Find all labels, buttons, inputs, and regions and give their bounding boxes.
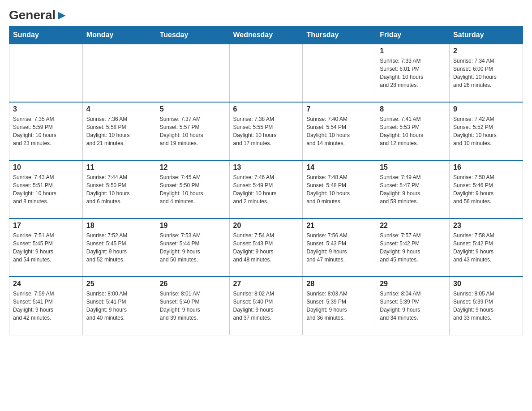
day-info: Sunrise: 7:43 AMSunset: 5:51 PMDaylight:… <box>13 173 79 206</box>
calendar-cell: 23Sunrise: 7:58 AMSunset: 5:42 PMDayligh… <box>450 218 523 277</box>
day-number: 21 <box>306 222 372 230</box>
week-row-5: 24Sunrise: 7:59 AMSunset: 5:41 PMDayligh… <box>9 277 523 335</box>
calendar-cell <box>303 44 376 102</box>
calendar-cell: 4Sunrise: 7:36 AMSunset: 5:58 PMDaylight… <box>82 102 156 160</box>
day-number: 8 <box>380 105 446 113</box>
weekday-header-friday: Friday <box>376 26 450 44</box>
day-number: 25 <box>86 280 152 288</box>
page-header: General► <box>9 9 523 21</box>
calendar-cell: 3Sunrise: 7:35 AMSunset: 5:59 PMDaylight… <box>9 102 83 160</box>
day-info: Sunrise: 8:05 AMSunset: 5:39 PMDaylight:… <box>453 290 519 322</box>
day-info: Sunrise: 7:53 AMSunset: 5:44 PMDaylight:… <box>160 231 226 264</box>
day-number: 9 <box>453 105 519 113</box>
day-number: 5 <box>160 105 226 113</box>
week-row-1: 1Sunrise: 7:33 AMSunset: 6:01 PMDaylight… <box>9 44 523 102</box>
weekday-header-saturday: Saturday <box>450 26 523 44</box>
week-row-2: 3Sunrise: 7:35 AMSunset: 5:59 PMDaylight… <box>9 102 523 160</box>
calendar-cell: 8Sunrise: 7:41 AMSunset: 5:53 PMDaylight… <box>376 102 450 160</box>
day-info: Sunrise: 7:52 AMSunset: 5:45 PMDaylight:… <box>86 231 152 264</box>
day-info: Sunrise: 7:41 AMSunset: 5:53 PMDaylight:… <box>380 115 446 147</box>
day-number: 29 <box>380 280 446 288</box>
day-info: Sunrise: 7:56 AMSunset: 5:43 PMDaylight:… <box>306 231 372 264</box>
day-info: Sunrise: 8:00 AMSunset: 5:41 PMDaylight:… <box>86 290 152 322</box>
day-info: Sunrise: 8:02 AMSunset: 5:40 PMDaylight:… <box>233 290 299 322</box>
calendar-table: SundayMondayTuesdayWednesdayThursdayFrid… <box>9 26 523 335</box>
weekday-header-wednesday: Wednesday <box>229 26 303 44</box>
calendar-cell: 17Sunrise: 7:51 AMSunset: 5:45 PMDayligh… <box>9 218 83 277</box>
calendar-cell <box>9 44 83 102</box>
day-number: 3 <box>13 105 79 113</box>
weekday-header-thursday: Thursday <box>303 26 376 44</box>
day-info: Sunrise: 7:48 AMSunset: 5:48 PMDaylight:… <box>306 173 372 206</box>
calendar-cell <box>82 44 156 102</box>
calendar-cell: 24Sunrise: 7:59 AMSunset: 5:41 PMDayligh… <box>9 277 83 335</box>
day-number: 11 <box>86 163 152 171</box>
day-number: 23 <box>453 222 519 230</box>
calendar-cell: 21Sunrise: 7:56 AMSunset: 5:43 PMDayligh… <box>303 218 376 277</box>
day-number: 27 <box>233 280 299 288</box>
logo-general-text: General► <box>9 9 68 21</box>
calendar-cell: 20Sunrise: 7:54 AMSunset: 5:43 PMDayligh… <box>229 218 303 277</box>
calendar-cell: 18Sunrise: 7:52 AMSunset: 5:45 PMDayligh… <box>82 218 156 277</box>
calendar-cell: 29Sunrise: 8:04 AMSunset: 5:39 PMDayligh… <box>376 277 450 335</box>
day-number: 10 <box>13 163 79 171</box>
day-number: 15 <box>380 163 446 171</box>
day-info: Sunrise: 7:49 AMSunset: 5:47 PMDaylight:… <box>380 173 446 206</box>
day-number: 30 <box>453 280 519 288</box>
day-number: 14 <box>306 163 372 171</box>
day-info: Sunrise: 7:34 AMSunset: 6:00 PMDaylight:… <box>453 57 519 89</box>
day-number: 7 <box>306 105 372 113</box>
calendar-cell: 2Sunrise: 7:34 AMSunset: 6:00 PMDaylight… <box>450 44 523 102</box>
day-info: Sunrise: 7:58 AMSunset: 5:42 PMDaylight:… <box>453 231 519 264</box>
logo: General► <box>9 9 68 21</box>
calendar-cell: 15Sunrise: 7:49 AMSunset: 5:47 PMDayligh… <box>376 160 450 218</box>
weekday-header-tuesday: Tuesday <box>156 26 229 44</box>
day-number: 2 <box>453 47 519 55</box>
day-info: Sunrise: 7:45 AMSunset: 5:50 PMDaylight:… <box>160 173 226 206</box>
day-number: 12 <box>160 163 226 171</box>
day-info: Sunrise: 7:33 AMSunset: 6:01 PMDaylight:… <box>380 57 446 89</box>
calendar-cell: 6Sunrise: 7:38 AMSunset: 5:55 PMDaylight… <box>229 102 303 160</box>
calendar-cell: 12Sunrise: 7:45 AMSunset: 5:50 PMDayligh… <box>156 160 229 218</box>
day-number: 4 <box>86 105 152 113</box>
day-info: Sunrise: 7:46 AMSunset: 5:49 PMDaylight:… <box>233 173 299 206</box>
calendar-cell: 14Sunrise: 7:48 AMSunset: 5:48 PMDayligh… <box>303 160 376 218</box>
day-info: Sunrise: 7:38 AMSunset: 5:55 PMDaylight:… <box>233 115 299 147</box>
day-number: 28 <box>306 280 372 288</box>
calendar-cell: 27Sunrise: 8:02 AMSunset: 5:40 PMDayligh… <box>229 277 303 335</box>
day-info: Sunrise: 7:51 AMSunset: 5:45 PMDaylight:… <box>13 231 79 264</box>
calendar-cell: 10Sunrise: 7:43 AMSunset: 5:51 PMDayligh… <box>9 160 83 218</box>
day-info: Sunrise: 7:42 AMSunset: 5:52 PMDaylight:… <box>453 115 519 147</box>
day-info: Sunrise: 7:35 AMSunset: 5:59 PMDaylight:… <box>13 115 79 147</box>
day-info: Sunrise: 8:04 AMSunset: 5:39 PMDaylight:… <box>380 290 446 322</box>
day-info: Sunrise: 7:59 AMSunset: 5:41 PMDaylight:… <box>13 290 79 322</box>
calendar-cell: 25Sunrise: 8:00 AMSunset: 5:41 PMDayligh… <box>82 277 156 335</box>
day-info: Sunrise: 7:54 AMSunset: 5:43 PMDaylight:… <box>233 231 299 264</box>
day-number: 24 <box>13 280 79 288</box>
calendar-cell <box>156 44 229 102</box>
day-number: 19 <box>160 222 226 230</box>
day-number: 17 <box>13 222 79 230</box>
day-number: 22 <box>380 222 446 230</box>
day-number: 26 <box>160 280 226 288</box>
weekday-header-monday: Monday <box>82 26 156 44</box>
calendar-cell: 13Sunrise: 7:46 AMSunset: 5:49 PMDayligh… <box>229 160 303 218</box>
calendar-cell: 1Sunrise: 7:33 AMSunset: 6:01 PMDaylight… <box>376 44 450 102</box>
calendar-cell: 22Sunrise: 7:57 AMSunset: 5:42 PMDayligh… <box>376 218 450 277</box>
calendar-cell: 9Sunrise: 7:42 AMSunset: 5:52 PMDaylight… <box>450 102 523 160</box>
day-number: 18 <box>86 222 152 230</box>
day-number: 16 <box>453 163 519 171</box>
week-row-4: 17Sunrise: 7:51 AMSunset: 5:45 PMDayligh… <box>9 218 523 277</box>
calendar-cell: 30Sunrise: 8:05 AMSunset: 5:39 PMDayligh… <box>450 277 523 335</box>
day-info: Sunrise: 7:37 AMSunset: 5:57 PMDaylight:… <box>160 115 226 147</box>
day-info: Sunrise: 7:36 AMSunset: 5:58 PMDaylight:… <box>86 115 152 147</box>
weekday-header-row: SundayMondayTuesdayWednesdayThursdayFrid… <box>9 26 523 44</box>
calendar-cell: 7Sunrise: 7:40 AMSunset: 5:54 PMDaylight… <box>303 102 376 160</box>
day-info: Sunrise: 7:50 AMSunset: 5:46 PMDaylight:… <box>453 173 519 206</box>
weekday-header-sunday: Sunday <box>9 26 83 44</box>
day-info: Sunrise: 7:40 AMSunset: 5:54 PMDaylight:… <box>306 115 372 147</box>
day-number: 20 <box>233 222 299 230</box>
day-info: Sunrise: 7:57 AMSunset: 5:42 PMDaylight:… <box>380 231 446 264</box>
calendar-cell: 26Sunrise: 8:01 AMSunset: 5:40 PMDayligh… <box>156 277 229 335</box>
day-info: Sunrise: 7:44 AMSunset: 5:50 PMDaylight:… <box>86 173 152 206</box>
